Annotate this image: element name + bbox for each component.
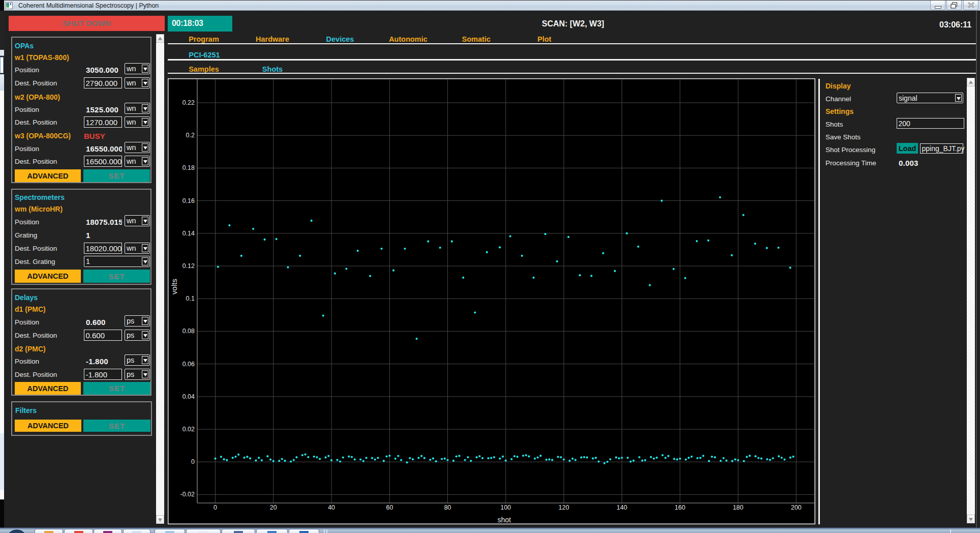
svg-text:0.02: 0.02 [182,426,195,433]
svg-text:0.06: 0.06 [182,361,195,368]
svg-text:0.08: 0.08 [182,328,195,335]
svg-text:0.16: 0.16 [182,197,195,204]
svg-text:20: 20 [270,504,277,511]
svg-text:200: 200 [791,504,802,511]
svg-text:0.2: 0.2 [186,132,195,139]
svg-text:0: 0 [191,458,195,465]
svg-text:120: 120 [559,504,569,511]
svg-text:160: 160 [675,504,685,511]
svg-text:180: 180 [733,504,744,511]
svg-text:0.18: 0.18 [182,164,195,171]
svg-text:0.04: 0.04 [182,393,195,400]
svg-text:100: 100 [500,504,511,511]
svg-text:-0.02: -0.02 [180,491,195,498]
svg-text:0.22: 0.22 [182,99,195,106]
svg-text:40: 40 [328,504,335,511]
svg-text:0.14: 0.14 [182,230,195,237]
svg-text:0.12: 0.12 [182,262,195,270]
svg-text:0: 0 [213,504,217,511]
svg-text:140: 140 [617,504,627,511]
svg-text:volts: volts [170,279,178,294]
svg-text:0.1: 0.1 [186,295,195,302]
svg-text:60: 60 [386,504,393,511]
svg-text:80: 80 [444,504,451,511]
svg-text:shot: shot [498,516,511,524]
